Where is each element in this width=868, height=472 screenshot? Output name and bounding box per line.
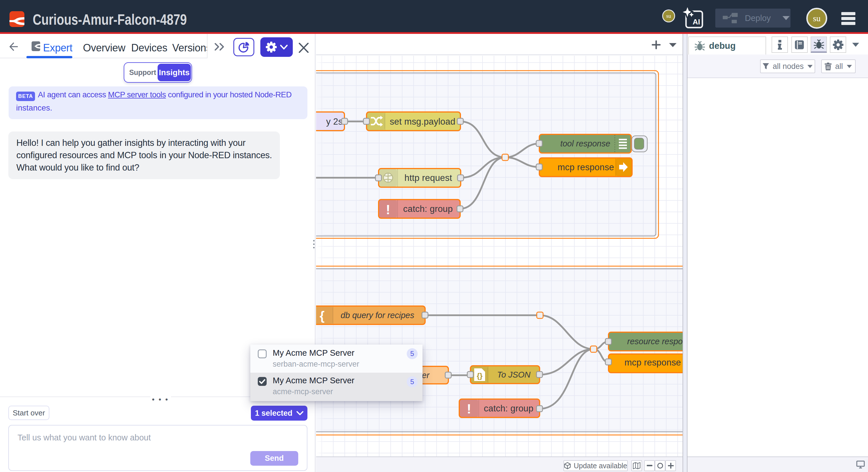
svg-text:db query for recipes: db query for recipes: [341, 311, 414, 320]
svg-text:catch: group: catch: group: [484, 403, 533, 413]
svg-text:set msg.payload: set msg.payload: [390, 117, 456, 127]
svg-text:mcp response: mcp response: [557, 162, 614, 172]
svg-text:er: er: [422, 371, 430, 380]
svg-text:{}: {}: [477, 372, 483, 380]
svg-text:y 2s: y 2s: [326, 117, 343, 127]
svg-text:!: !: [386, 202, 390, 217]
svg-text:{: {: [319, 308, 324, 323]
svg-text:http request: http request: [404, 173, 452, 183]
svg-text:catch: group: catch: group: [403, 204, 453, 214]
svg-text:AI: AI: [693, 18, 700, 26]
svg-text:To JSON: To JSON: [497, 370, 531, 379]
svg-text:!: !: [467, 402, 471, 416]
svg-text:mcp response: mcp response: [624, 357, 681, 367]
svg-text:resource response: resource response: [627, 337, 683, 346]
svg-text:tool response: tool response: [560, 139, 610, 148]
